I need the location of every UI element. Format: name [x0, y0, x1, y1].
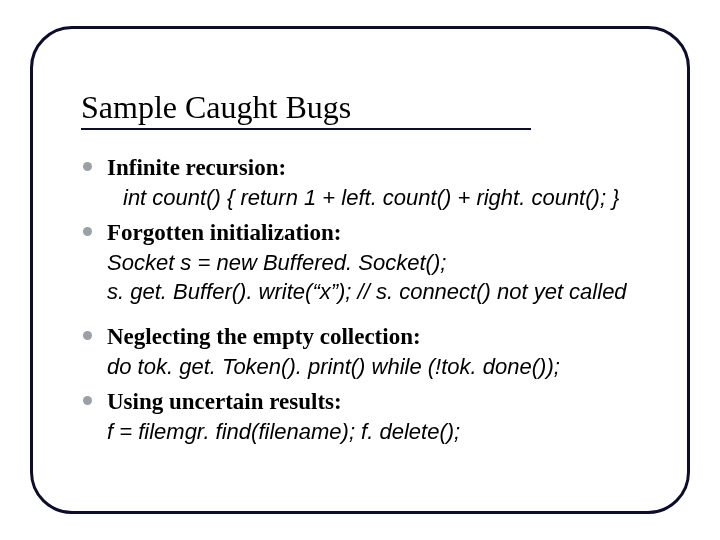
slide: Sample Caught Bugs Infinite recursion: i…: [0, 0, 720, 540]
bullet-heading: Neglecting the empty collection:: [107, 321, 647, 352]
bullet-heading: Forgotten initialization:: [107, 217, 647, 248]
code-line: Socket s = new Buffered. Socket();: [107, 248, 647, 278]
code-line: s. get. Buffer(). write(“x”); // s. conn…: [107, 277, 647, 307]
slide-frame: Sample Caught Bugs Infinite recursion: i…: [30, 26, 690, 514]
bullet-heading: Infinite recursion:: [107, 152, 647, 183]
slide-title: Sample Caught Bugs: [81, 89, 531, 130]
bullet-heading: Using uncertain results:: [107, 386, 647, 417]
list-item: Neglecting the empty collection: do tok.…: [81, 321, 647, 382]
list-item: Forgotten initialization: Socket s = new…: [81, 217, 647, 307]
code-line: f = filemgr. find(filename); f. delete()…: [107, 417, 647, 447]
bullet-list: Infinite recursion: int count() { return…: [73, 152, 647, 447]
code-line: do tok. get. Token(). print() while (!to…: [107, 352, 647, 382]
code-line: int count() { return 1 + left. count() +…: [107, 183, 647, 213]
title-wrap: Sample Caught Bugs: [81, 89, 647, 130]
list-item: Infinite recursion: int count() { return…: [81, 152, 647, 213]
list-item: Using uncertain results: f = filemgr. fi…: [81, 386, 647, 447]
